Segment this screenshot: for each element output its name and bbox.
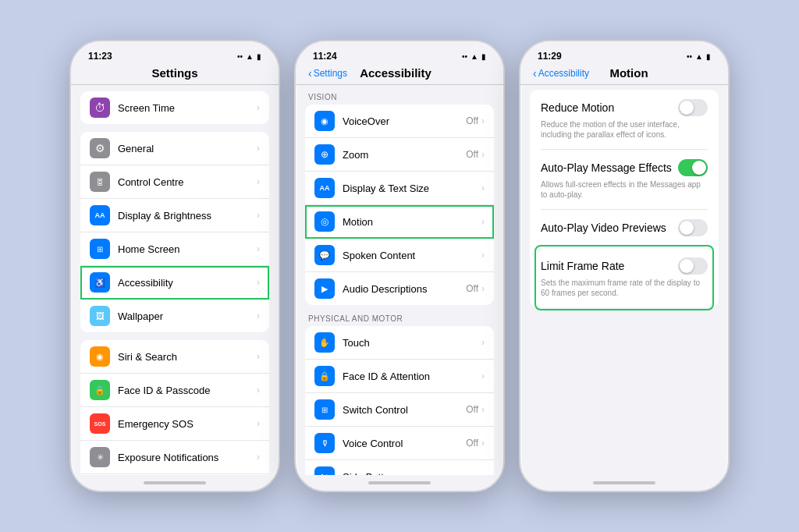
nav-bar-2: ‹ Settings Accessibility — [296, 65, 503, 85]
chevron-icon: › — [257, 102, 260, 113]
wallpaper-item[interactable]: 🖼 Wallpaper › — [80, 300, 269, 332]
accessibility-icon: ♿ — [90, 272, 110, 293]
reduce-motion-label: Reduce Motion — [541, 101, 614, 114]
signal-icon-2: •• — [462, 52, 467, 61]
chevron-icon: › — [257, 452, 260, 463]
switch-control-item[interactable]: ⊞ Switch Control Off › — [305, 393, 494, 427]
control-centre-item[interactable]: 🎛 Control Centre › — [80, 165, 269, 199]
control-centre-icon: 🎛 — [90, 172, 110, 192]
autoplay-messages-toggle[interactable] — [678, 159, 708, 176]
autoplay-video-toggle[interactable] — [678, 219, 708, 236]
audio-icon: ▶ — [314, 278, 335, 299]
siri-search-item[interactable]: ◉ Siri & Search › — [80, 340, 269, 374]
home-bar-2 — [368, 481, 431, 484]
chevron-icon: › — [257, 351, 260, 362]
wallpaper-icon: 🖼 — [90, 306, 110, 326]
vision-header: VISION — [296, 90, 503, 105]
vision-group: ◉ VoiceOver Off › ⊕ Zoom Off › AA Displa… — [305, 105, 494, 305]
screen-time-icon: ⏱ — [90, 98, 110, 118]
chevron-icon: › — [481, 149, 485, 160]
faceid-label: Face ID & Passcode — [118, 385, 257, 396]
status-bar-1: 11:23 •• ▲ ▮ — [71, 41, 279, 65]
battery-icon: ▮ — [257, 52, 261, 61]
status-icons-2: •• ▲ ▮ — [462, 52, 486, 61]
signal-icon-3: •• — [687, 52, 692, 61]
accessibility-nav-title: Accessibility — [347, 66, 444, 80]
voice-label: Voice Control — [343, 438, 466, 449]
touch-item[interactable]: ✋ Touch › — [305, 326, 494, 360]
back-button-2[interactable]: ‹ Settings — [308, 67, 347, 80]
battery-item[interactable]: 🔋 Battery › — [80, 474, 269, 475]
reduce-motion-toggle[interactable] — [678, 99, 708, 116]
screen-time-item[interactable]: ⏱ Screen Time › — [80, 91, 269, 124]
chevron-icon: › — [257, 277, 260, 288]
general-item[interactable]: ⚙ General › — [80, 132, 269, 165]
voice-value: Off — [466, 438, 478, 449]
zoom-value: Off — [466, 149, 478, 160]
chevron-icon: › — [481, 404, 485, 415]
settings-scroll[interactable]: ⏱ Screen Time › ⚙ General › 🎛 Control Ce… — [71, 85, 279, 475]
switch-icon: ⊞ — [314, 399, 335, 420]
limit-frame-rate-toggle[interactable] — [678, 257, 708, 275]
audio-desc-item[interactable]: ▶ Audio Descriptions Off › — [305, 272, 494, 305]
faceid-att-label: Face ID & Attention — [343, 371, 481, 382]
home-bar-1 — [144, 481, 206, 484]
display-label: Display & Brightness — [118, 210, 257, 222]
nav-bar-1: Settings — [71, 65, 279, 85]
autoplay-messages-row: Auto-Play Message Effects — [541, 159, 708, 176]
general-icon: ⚙ — [90, 138, 110, 158]
back-button-3[interactable]: ‹ Accessibility — [533, 67, 589, 80]
general-label: General — [118, 143, 257, 154]
screen-time-label: Screen Time — [118, 102, 257, 114]
voiceover-item[interactable]: ◉ VoiceOver Off › — [305, 105, 494, 138]
phone-settings: 11:23 •• ▲ ▮ Settings ⏱ Screen Time › — [69, 40, 280, 492]
motion-scroll[interactable]: Reduce Motion Reduce the motion of the u… — [520, 85, 728, 475]
toggle-knob — [680, 221, 694, 235]
emergency-sos-item[interactable]: SOS Emergency SOS › — [80, 407, 269, 441]
chevron-icon: › — [257, 143, 260, 154]
exposure-icon: ✳ — [90, 447, 110, 467]
nav-bar-top-2: ‹ Settings Accessibility — [308, 66, 491, 80]
side-button-icon: 1+ — [314, 466, 335, 475]
wifi-icon: ▲ — [246, 52, 254, 61]
faceid-att-item[interactable]: 🔒 Face ID & Attention › — [305, 360, 494, 393]
motion-item[interactable]: ◎ Motion › — [305, 205, 494, 239]
chevron-icon: › — [481, 183, 485, 193]
wifi-icon-3: ▲ — [695, 52, 703, 61]
time-1: 11:23 — [88, 51, 112, 62]
siri-icon: ◉ — [90, 346, 110, 367]
audio-label: Audio Descriptions — [343, 283, 466, 295]
chevron-icon: › — [481, 438, 485, 449]
faceid-passcode-item[interactable]: 🔒 Face ID & Passcode › — [80, 374, 269, 407]
chevron-icon: › — [481, 115, 485, 126]
audio-value: Off — [466, 283, 478, 294]
chevron-icon: › — [481, 283, 485, 294]
voice-icon: 🎙 — [314, 433, 335, 453]
voiceover-label: VoiceOver — [343, 115, 466, 127]
spoken-icon: 💬 — [314, 245, 335, 265]
physical-header: PHYSICAL AND MOTOR — [296, 311, 503, 326]
back-label-3: Accessibility — [538, 68, 589, 79]
phone-motion: 11:29 •• ▲ ▮ ‹ Accessibility Motion — [519, 40, 730, 492]
voiceover-icon: ◉ — [314, 111, 335, 131]
voice-control-item[interactable]: 🎙 Voice Control Off › — [305, 427, 494, 460]
side-button-label: Side Button — [343, 471, 481, 476]
side-button-item[interactable]: 1+ Side Button › — [305, 460, 494, 475]
sos-icon: SOS — [90, 413, 110, 434]
chevron-icon: › — [257, 418, 260, 429]
home-indicator-3 — [520, 475, 728, 491]
autoplay-messages-item: Auto-Play Message Effects Allows full-sc… — [541, 150, 708, 210]
display-brightness-item[interactable]: AA Display & Brightness › — [80, 199, 269, 232]
zoom-item[interactable]: ⊕ Zoom Off › — [305, 138, 494, 172]
reduce-motion-row: Reduce Motion — [541, 99, 708, 116]
accessibility-item[interactable]: ♿ Accessibility › — [80, 266, 269, 300]
exposure-item[interactable]: ✳ Exposure Notifications › — [80, 441, 269, 474]
spoken-content-item[interactable]: 💬 Spoken Content › — [305, 239, 494, 272]
sos-label: Emergency SOS — [118, 418, 257, 430]
autoplay-messages-label: Auto-Play Message Effects — [541, 161, 672, 174]
autoplay-video-row: Auto-Play Video Previews — [541, 219, 708, 236]
home-screen-item[interactable]: ⊞ Home Screen › — [80, 232, 269, 266]
chevron-icon: › — [257, 176, 260, 187]
accessibility-scroll[interactable]: VISION ◉ VoiceOver Off › ⊕ Zoom Off › AA… — [296, 85, 503, 475]
display-text-item[interactable]: AA Display & Text Size › — [305, 172, 494, 205]
